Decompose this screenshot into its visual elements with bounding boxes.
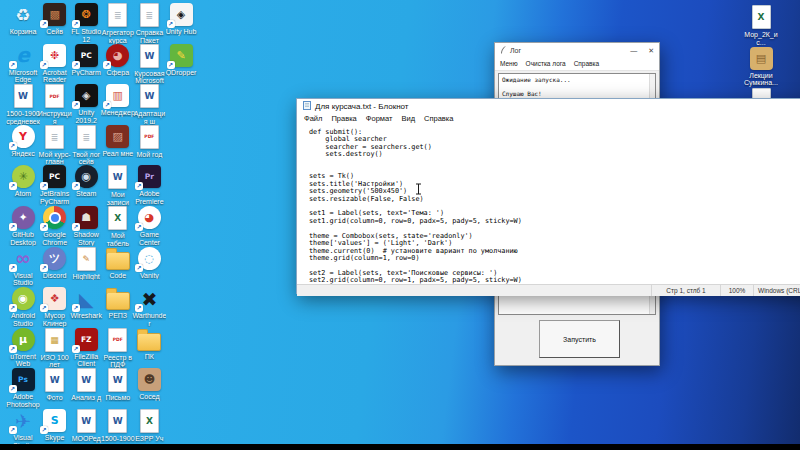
desktop-icon-unity-2019[interactable]: ◈↗Unity 2019.2 — [69, 84, 103, 124]
desktop-icon-manager-app[interactable]: ▥↗Менеджер — [101, 84, 135, 117]
desktop-icon-musor-cleaner[interactable]: ❖↗Мусор Клинер — [38, 287, 72, 327]
desktop-icon-premiere-pro[interactable]: Pr↗Adobe Premiere Pro — [132, 165, 166, 206]
doc-kursovaya-icon: W — [140, 44, 159, 68]
desktop-icon-photoshop[interactable]: Ps↗Adobe Photoshop — [6, 368, 40, 408]
folder-code-icon — [106, 252, 130, 270]
desktop-icon-wireshark[interactable]: ◣↗Wireshark — [69, 287, 103, 320]
notepad-menu-item[interactable]: Справка — [424, 113, 453, 125]
desktop-icon-folder-code[interactable]: Code — [101, 247, 135, 280]
log-menu-item[interactable]: Очистка лога — [526, 58, 566, 70]
desktop-icon-folder-repz[interactable]: РЕПЗ — [101, 287, 135, 320]
desktop-icon-pdf-moy-god[interactable]: PDFМой год — [132, 125, 166, 159]
desktop-icon-jetbrains-pycharm[interactable]: PC↗JetBrains PyCharm — [38, 165, 72, 205]
desktop-icon-highlight[interactable]: ✎Highlight — [69, 247, 103, 281]
desktop-icon-discord[interactable]: ツ↗Discord — [38, 247, 72, 280]
desktop-icon-doc-spravka[interactable]: ≣Справка Пакет — [132, 3, 166, 44]
desktop-icon-doc-moored[interactable]: WМООРед — [69, 409, 103, 443]
desktop-icon-doc-kursovaya[interactable]: WКурсовая Microsoft W — [132, 44, 166, 86]
desktop-icon-save-cube[interactable]: ▩↗Сейв — [38, 3, 72, 36]
minimize-button[interactable]: — — [630, 47, 637, 55]
desktop-icon-sosed-avatar[interactable]: ☻Сосед — [132, 368, 166, 401]
desktop-icon-shadow-story[interactable]: ☗↗Shadow Story — [69, 206, 103, 246]
desktop-icon-doc-agregator[interactable]: ≣Агрегатор курса — [101, 3, 135, 44]
desktop-icon-atom[interactable]: ✳↗Atom — [6, 165, 40, 198]
desktop-icon-file-log-save[interactable]: ≣Твой лог сейв — [69, 125, 103, 166]
desktop-icon-book-lekcii[interactable]: ▤Лекции Сумкина... — [744, 47, 778, 87]
desktop-icon-xls-tabel[interactable]: XМой табель — [101, 206, 135, 247]
filezilla-icon: FZ↗ — [75, 328, 98, 351]
desktop-icon-doc-adaptaciya[interactable]: WАдаптация ш — [132, 84, 166, 125]
desktop-icon-label: Мои записи — [101, 191, 135, 206]
desktop-icon-file-kurs-glavn[interactable]: ≣Мой курс-главн — [38, 125, 72, 166]
desktop-icon-visual-studio[interactable]: ∞↗Visual Studio 2019 — [6, 247, 40, 288]
desktop-icon-label: Твой лог сейв — [69, 151, 103, 166]
desktop-icon-doc-izo[interactable]: ▦ИЗО 100 лет — [38, 328, 72, 369]
desktop-icon-vanity[interactable]: ◌↗Vanity — [132, 247, 166, 280]
desktop-icon-red-sphere[interactable]: ◕↗Сфера — [101, 44, 135, 77]
notepad-menu-item[interactable]: Правка — [331, 113, 356, 125]
file-log-save-icon: ≣ — [77, 125, 96, 149]
desktop-icon-github-desktop[interactable]: ✦↗GitHub Desktop — [6, 206, 40, 246]
desktop-icon-real-mne[interactable]: ▨Реал мне — [101, 125, 135, 158]
desktop-icon-doc-moi-zapisi[interactable]: WМои записи — [101, 165, 135, 206]
desktop-icon-android-studio[interactable]: ◉↗Android Studio — [6, 287, 40, 327]
desktop-icon-utorrent-web[interactable]: µ↗uTorrent Web — [6, 328, 40, 368]
doc-izo-icon: ▦ — [45, 328, 64, 352]
desktop-icon-unity-hub[interactable]: ◈↗Unity Hub — [164, 3, 198, 36]
desktop-icon-doc-pismo[interactable]: WПисьмо — [101, 368, 135, 402]
desktop-icon-doc-spravochnik[interactable]: W1500-1900 справочник — [101, 409, 135, 444]
desktop-icon-vscode[interactable]: ✈↗Visual Studio Code — [6, 409, 40, 444]
desktop-icon-doc-foto[interactable]: WФото — [38, 368, 72, 402]
folder-repz-icon — [106, 292, 130, 310]
desktop-icon-fl-studio-12[interactable]: ❂↗FL Studio 12 — [69, 3, 103, 43]
doc-moi-zapisi-icon: W — [108, 165, 127, 189]
log-window-titlebar[interactable]: Лог — ✕ — [495, 43, 659, 58]
shortcut-arrow-icon: ↗ — [103, 101, 111, 109]
sosed-avatar-icon: ☻ — [138, 368, 161, 391]
xls-ezrr-icon: X — [140, 409, 159, 433]
desktop-icon-label: РЕПЗ — [101, 312, 135, 320]
desktop-icon-game-center[interactable]: ◕↗Game Center — [132, 206, 166, 246]
close-button[interactable]: ✕ — [648, 47, 654, 55]
desktop-icon-label: Корзина — [6, 28, 40, 36]
desktop-icon-steam[interactable]: ◉↗Steam — [69, 165, 103, 198]
desktop-icon-label: Unity 2019.2 — [69, 109, 103, 124]
desktop-icon-doc-analiz[interactable]: WАнализ д — [69, 368, 103, 402]
desktop-icon-microsoft-edge[interactable]: e↗Microsoft Edge — [6, 44, 40, 84]
utorrent-web-icon: µ↗ — [12, 328, 35, 351]
desktop-icon-qdropper[interactable]: ✎↗QDropper — [164, 44, 198, 77]
pycharm-icon: PC↗ — [75, 44, 98, 67]
desktop-icon-yandex-browser[interactable]: Y↗Яндекс — [6, 125, 40, 158]
desktop-icon-acrobat-reader[interactable]: ❉↗Acrobat Reader DC — [38, 44, 72, 85]
photoshop-icon: Ps↗ — [12, 368, 35, 391]
notepad-menu-item[interactable]: Формат — [366, 113, 393, 125]
desktop-icon-label: GitHub Desktop — [6, 231, 40, 246]
shortcut-arrow-icon: ↗ — [40, 61, 48, 69]
desktop-icon-doc-1500-1900[interactable]: W1500-1900 средневек — [6, 84, 40, 125]
shortcut-arrow-icon: ↗ — [72, 223, 80, 231]
desktop-icon-warthunder[interactable]: ✖↗Warthunder — [132, 287, 166, 327]
desktop-icon-label: 1500-1900 средневек — [6, 110, 40, 125]
notepad-menu-item[interactable]: Вид — [401, 113, 415, 125]
desktop-icon-recycle-bin[interactable]: ♻Корзина — [6, 3, 40, 36]
notepad-titlebar[interactable]: Для курсача.txt - Блокнот — [297, 99, 800, 113]
shortcut-arrow-icon: ↗ — [72, 182, 80, 190]
log-menu-item[interactable]: Меню — [500, 58, 518, 70]
feather-icon — [500, 46, 507, 56]
desktop-icon-xls-ezrr[interactable]: XЕЗРР Уч — [132, 409, 166, 443]
desktop-icon-pdf-reestr[interactable]: PDFРеестр в ПДФ — [101, 328, 135, 369]
desktop-icon-label: Highlight — [69, 273, 103, 281]
desktop-icon-pdf-instrukciya[interactable]: PDFИнструкция — [38, 84, 72, 125]
desktop-icon-filezilla[interactable]: FZ↗FileZilla Client — [69, 328, 103, 368]
desktop-icon-pycharm[interactable]: PC↗PyCharm — [69, 44, 103, 77]
notepad-menubar: ФайлПравкаФорматВидСправка — [297, 113, 800, 125]
notepad-menu-item[interactable]: Файл — [304, 113, 322, 125]
desktop-icon-xls-mor2k[interactable]: XМор_2К_ис... — [744, 5, 778, 46]
shortcut-arrow-icon: ↗ — [9, 385, 17, 393]
desktop-icon-folder-pk[interactable]: ПК — [132, 328, 166, 361]
desktop-icon-google-chrome[interactable]: ↗Google Chrome — [38, 206, 72, 246]
log-menu-item[interactable]: Справка — [574, 58, 600, 70]
run-button[interactable]: Запустить — [539, 320, 620, 358]
desktop-icon-skype[interactable]: S↗Skype — [38, 409, 72, 442]
notepad-code[interactable]: def submit(): global searcher searcher =… — [297, 125, 800, 284]
